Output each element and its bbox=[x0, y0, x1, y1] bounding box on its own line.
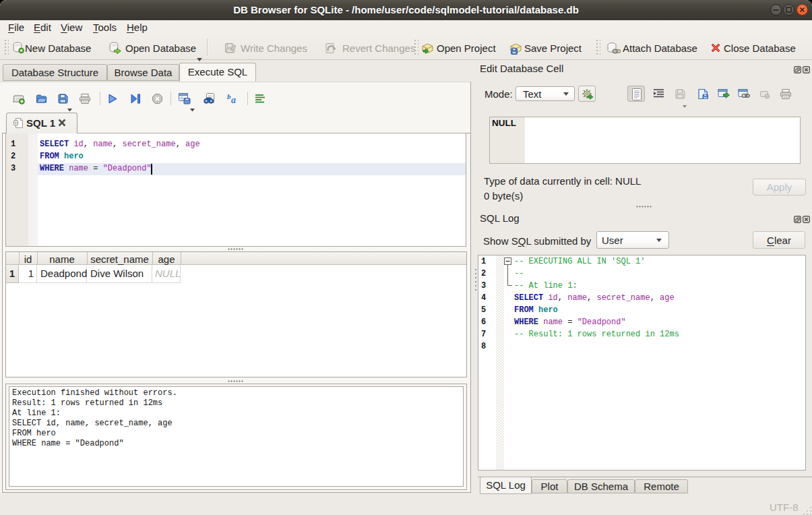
svg-text:a: a bbox=[231, 95, 236, 105]
